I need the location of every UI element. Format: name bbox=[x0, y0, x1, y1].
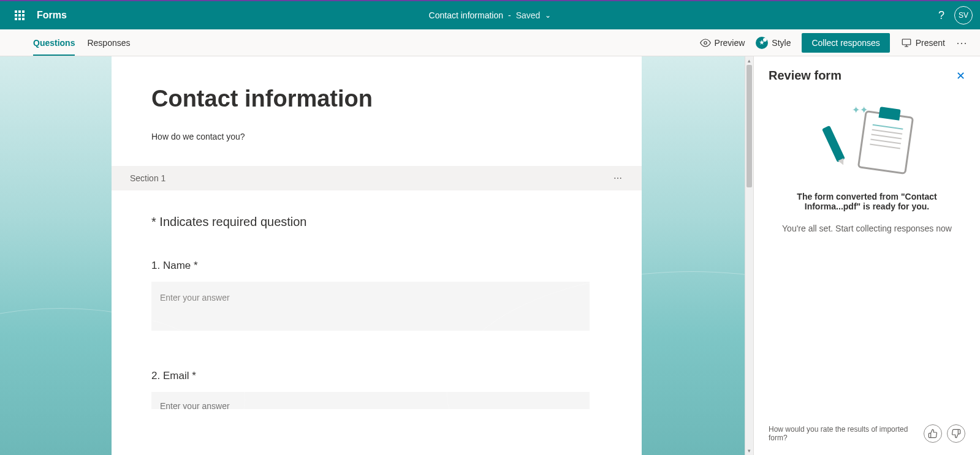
separator: - bbox=[508, 10, 511, 20]
brand-name[interactable]: Forms bbox=[37, 10, 67, 21]
required-note: * Indicates required question bbox=[151, 215, 602, 229]
thumbs-down-button[interactable] bbox=[947, 424, 965, 443]
style-icon bbox=[756, 37, 768, 49]
app-launcher-icon[interactable] bbox=[7, 1, 32, 30]
rate-question: How would you rate the results of import… bbox=[769, 425, 919, 442]
form-canvas: Contact information How do we contact yo… bbox=[0, 56, 753, 455]
scroll-thumb[interactable] bbox=[746, 65, 752, 187]
illustration: ✦✦ bbox=[824, 107, 910, 175]
section-more-icon[interactable]: ⋯ bbox=[613, 173, 623, 183]
tab-responses[interactable]: Responses bbox=[87, 31, 130, 55]
panel-subtext: You're all set. Start collecting respons… bbox=[769, 224, 965, 233]
preview-button[interactable]: Preview bbox=[700, 37, 745, 48]
svg-rect-1 bbox=[902, 39, 911, 45]
present-icon bbox=[901, 37, 912, 48]
present-button[interactable]: Present bbox=[901, 37, 945, 48]
scroll-up-icon[interactable]: ▴ bbox=[745, 56, 753, 65]
top-bar: Forms Contact information - Saved ⌄ ? SV bbox=[0, 0, 980, 29]
scroll-down-icon[interactable]: ▾ bbox=[745, 446, 753, 455]
section-label: Section 1 bbox=[130, 173, 165, 183]
sub-bar: Questions Responses Preview Style Collec… bbox=[0, 29, 980, 56]
svg-point-0 bbox=[704, 41, 707, 44]
scrollbar[interactable]: ▴ ▾ bbox=[745, 56, 753, 455]
thumbs-down-icon bbox=[951, 429, 961, 438]
save-status: Saved bbox=[516, 10, 541, 20]
section-header[interactable]: Section 1 ⋯ bbox=[112, 166, 642, 190]
more-options-icon[interactable]: ⋯ bbox=[956, 36, 968, 50]
form-title-header: Contact information bbox=[429, 10, 503, 20]
chevron-down-icon[interactable]: ⌄ bbox=[545, 11, 551, 20]
review-panel: Review form ✕ ✦✦ The form converted from… bbox=[753, 56, 980, 455]
collect-responses-button[interactable]: Collect responses bbox=[802, 33, 889, 53]
eye-icon bbox=[700, 37, 711, 48]
panel-message: The form converted from "Contact Informa… bbox=[769, 192, 965, 211]
title-bar[interactable]: Contact information - Saved ⌄ bbox=[429, 10, 552, 20]
present-label: Present bbox=[916, 38, 945, 48]
avatar[interactable]: SV bbox=[954, 6, 973, 24]
thumbs-up-button[interactable] bbox=[924, 424, 942, 443]
close-icon[interactable]: ✕ bbox=[956, 69, 965, 83]
form-title[interactable]: Contact information bbox=[151, 86, 602, 112]
form-description[interactable]: How do we contact you? bbox=[151, 132, 602, 141]
preview-label: Preview bbox=[715, 38, 745, 48]
thumbs-up-icon bbox=[928, 429, 938, 438]
style-button[interactable]: Style bbox=[756, 37, 791, 49]
question-label: 1. Name * bbox=[151, 260, 602, 272]
panel-title: Review form bbox=[769, 69, 841, 83]
help-icon[interactable]: ? bbox=[938, 9, 944, 22]
tab-questions[interactable]: Questions bbox=[33, 31, 75, 55]
style-label: Style bbox=[772, 38, 791, 48]
